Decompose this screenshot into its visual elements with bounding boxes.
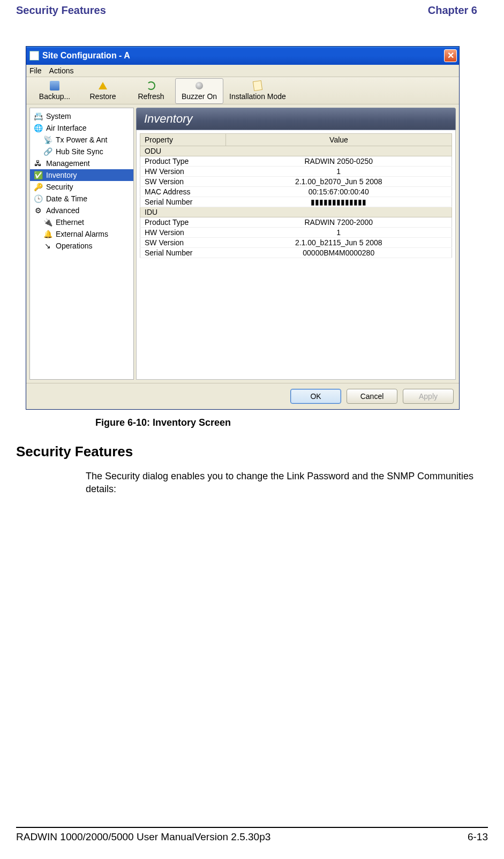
sidebar-item-label: Date & Time — [46, 194, 87, 203]
table-row: SW Version2.1.00_b2115_Jun 5 2008 — [140, 238, 452, 248]
property-cell: Serial Number — [140, 197, 226, 207]
sidebar-item-label: Ethernet — [56, 218, 84, 227]
sidebar-item-system[interactable]: 📇System — [30, 110, 133, 122]
sidebar-item-label: Operations — [56, 242, 92, 250]
sidebar-item-operations[interactable]: ↘Operations — [30, 240, 133, 252]
value-cell: RADWIN 7200-2000 — [226, 217, 452, 228]
sidebar-item-label: Hub Site Sync — [56, 147, 103, 156]
menubar: File Actions — [26, 65, 459, 77]
footer-left: RADWIN 1000/2000/5000 User ManualVersion… — [16, 831, 270, 843]
backup-button[interactable]: Backup... — [31, 78, 79, 104]
sidebar-item-label: Security — [46, 183, 73, 191]
restore-button[interactable]: Restore — [79, 78, 127, 104]
main-area: Inventory Property Value ODUProduct Type… — [136, 108, 456, 380]
property-cell: HW Version — [140, 228, 226, 238]
sidebar-item-external-alarms[interactable]: 🔔External Alarms — [30, 228, 133, 240]
header-right: Chapter 6 — [428, 4, 477, 17]
restore-label: Restore — [89, 92, 116, 101]
refresh-label: Refresh — [138, 92, 164, 101]
disk-icon — [49, 80, 60, 91]
sidebar-item-label: Management — [46, 159, 90, 168]
sidebar-item-label: Inventory — [46, 171, 77, 179]
restore-icon — [97, 80, 108, 91]
figure-caption: Figure 6-10: Inventory Screen — [95, 417, 488, 428]
sidebar-item-hub-site-sync[interactable]: 🔗Hub Site Sync — [30, 146, 133, 157]
buzzer-button[interactable]: Buzzer On — [175, 78, 223, 104]
close-icon[interactable]: ✕ — [444, 49, 457, 62]
header-left: Security Features — [16, 4, 106, 17]
sidebar-item-label: System — [46, 112, 71, 120]
value-cell: 00000BM4M0000280 — [226, 248, 452, 258]
sidebar-item-label: External Alarms — [56, 230, 108, 238]
table-row: Serial Number00000BM4M0000280 — [140, 248, 452, 258]
menu-file[interactable]: File — [29, 66, 42, 75]
property-cell: Serial Number — [140, 248, 226, 258]
section-heading: Security Features — [16, 443, 488, 460]
dialog-body: 📇System🌐Air Interface📡Tx Power & Ant🔗Hub… — [26, 104, 459, 383]
sidebar-item-ethernet[interactable]: 🔌Ethernet — [30, 216, 133, 228]
section-label: ODU — [140, 146, 452, 156]
table-row: SW Version2.1.00_b2070_Jun 5 2008 — [140, 177, 452, 187]
property-cell: MAC Address — [140, 187, 226, 197]
dialog-buttons: OK Cancel Apply — [26, 383, 459, 409]
table-row: Serial Number▮▮▮▮▮▮▮▮▮▮▮▮▮ — [140, 197, 452, 207]
col-property[interactable]: Property — [140, 134, 226, 146]
titlebar: Site Configuration - A ✕ — [26, 47, 459, 65]
page-header: Security Features Chapter 6 — [16, 4, 477, 17]
value-cell: ▮▮▮▮▮▮▮▮▮▮▮▮▮ — [226, 197, 452, 207]
menu-actions[interactable]: Actions — [49, 66, 74, 75]
refresh-icon — [146, 80, 156, 91]
sidebar-item-air-interface[interactable]: 🌐Air Interface — [30, 122, 133, 134]
sidebar-item-tx-power-ant[interactable]: 📡Tx Power & Ant — [30, 134, 133, 146]
inventory-icon: ✅ — [33, 170, 43, 180]
external-alarms-icon: 🔔 — [43, 229, 52, 239]
table-row: Product TypeRADWIN 7200-2000 — [140, 217, 452, 228]
cancel-button[interactable]: Cancel — [347, 389, 397, 404]
value-cell: 2.1.00_b2070_Jun 5 2008 — [226, 177, 452, 187]
ok-button[interactable]: OK — [290, 389, 341, 404]
figure-wrapper: Site Configuration - A ✕ File Actions Ba… — [26, 46, 488, 428]
window-title: Site Configuration - A — [42, 51, 130, 61]
toolbar: Backup... Restore Refresh Buzzer On Inst… — [26, 77, 459, 104]
ethernet-icon: 🔌 — [43, 217, 52, 227]
property-cell: SW Version — [140, 177, 226, 187]
table-row: Product TypeRADWIN 2050-0250 — [140, 156, 452, 167]
footer-right: 6-13 — [468, 831, 488, 843]
property-cell: Product Type — [140, 156, 226, 167]
section-label: IDU — [140, 207, 452, 217]
page-footer: RADWIN 1000/2000/5000 User ManualVersion… — [16, 827, 488, 843]
sidebar-item-management[interactable]: 🖧Management — [30, 157, 133, 169]
sidebar-item-label: Advanced — [46, 206, 79, 215]
install-mode-button[interactable]: Installation Mode — [223, 78, 292, 104]
sidebar-item-inventory[interactable]: ✅Inventory — [30, 169, 133, 181]
section-row-odu: ODU — [140, 146, 452, 156]
sidebar-item-advanced[interactable]: ⚙Advanced — [30, 205, 133, 216]
property-cell: SW Version — [140, 238, 226, 248]
sidebar-item-label: Tx Power & Ant — [56, 135, 107, 144]
value-cell: 1 — [226, 228, 452, 238]
advanced-icon: ⚙ — [33, 206, 43, 215]
body-paragraph: The Security dialog enables you to chang… — [86, 470, 482, 496]
property-cell: Product Type — [140, 217, 226, 228]
management-icon: 🖧 — [33, 159, 43, 168]
security-icon: 🔑 — [33, 182, 43, 192]
operations-icon: ↘ — [43, 241, 52, 251]
section-row-idu: IDU — [140, 207, 452, 217]
table-row: HW Version1 — [140, 228, 452, 238]
refresh-button[interactable]: Refresh — [127, 78, 175, 104]
date-time-icon: 🕒 — [33, 194, 43, 204]
value-cell: 00:15:67:00:00:40 — [226, 187, 452, 197]
sidebar-item-security[interactable]: 🔑Security — [30, 181, 133, 193]
col-value[interactable]: Value — [226, 134, 452, 146]
panel-title: Inventory — [136, 108, 456, 130]
table-row: MAC Address00:15:67:00:00:40 — [140, 187, 452, 197]
buzzer-label: Buzzer On — [182, 92, 217, 101]
table-row: HW Version1 — [140, 167, 452, 177]
sidebar: 📇System🌐Air Interface📡Tx Power & Ant🔗Hub… — [29, 108, 134, 380]
install-label: Installation Mode — [229, 92, 286, 101]
site-config-dialog: Site Configuration - A ✕ File Actions Ba… — [26, 46, 460, 410]
property-cell: HW Version — [140, 167, 226, 177]
panel-body: Property Value ODUProduct TypeRADWIN 205… — [136, 130, 456, 380]
sidebar-item-date-time[interactable]: 🕒Date & Time — [30, 193, 133, 205]
hub-site-sync-icon: 🔗 — [43, 147, 52, 156]
